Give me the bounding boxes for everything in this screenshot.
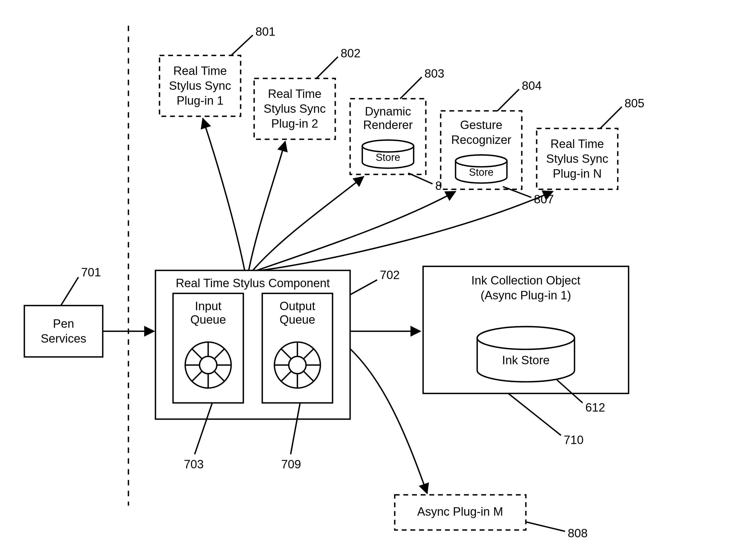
svg-line-40 xyxy=(400,77,422,99)
plugin1-l2: Stylus Sync xyxy=(169,79,231,92)
ref-802: 802 xyxy=(341,47,360,60)
input-queue-l1: Input xyxy=(195,299,222,312)
svg-line-47 xyxy=(600,107,622,128)
ref-803: 803 xyxy=(424,67,444,80)
ref-701: 701 xyxy=(81,265,101,279)
svg-line-44 xyxy=(497,89,519,111)
svg-line-37 xyxy=(316,57,338,78)
ink-collection-box: Ink Collection Object (Async Plug-in 1) … xyxy=(423,266,628,393)
edge-rts-to-asyncm xyxy=(350,349,427,493)
gest-l1: Gesture xyxy=(460,118,503,131)
plugin1-l1: Real Time xyxy=(173,64,227,77)
ref-807: 807 xyxy=(534,193,554,206)
ref-703: 703 xyxy=(184,458,204,471)
plugin2-l1: Real Time xyxy=(268,87,321,100)
rts-title: Real Time Stylus Component xyxy=(176,276,330,289)
svg-line-33 xyxy=(526,522,565,531)
output-queue-l1: Output xyxy=(280,299,315,312)
pluginN-l1: Real Time xyxy=(550,137,604,150)
async-m-label: Async Plug-in M xyxy=(417,505,503,518)
pluginN-l2: Stylus Sync xyxy=(546,152,608,165)
plugin2-l2: Stylus Sync xyxy=(264,102,326,115)
output-queue-l2: Queue xyxy=(280,313,315,326)
gest-l2: Recognizer xyxy=(451,133,512,146)
svg-line-1 xyxy=(61,277,78,306)
svg-point-39 xyxy=(362,140,414,152)
ref-710: 710 xyxy=(564,433,584,447)
svg-point-43 xyxy=(456,155,507,167)
output-queue-box: Output Queue xyxy=(262,294,333,403)
plugin-2-box: Real Time Stylus Sync Plug-in 2 xyxy=(254,78,335,139)
pluginN-l3: Plug-in N xyxy=(553,167,602,180)
plugin2-l3: Plug-in 2 xyxy=(271,117,318,130)
ink-store-cylinder-icon: Ink Store xyxy=(477,327,574,382)
ref-702: 702 xyxy=(380,268,400,281)
pen-services-box: Pen Services xyxy=(24,306,103,357)
ref-801: 801 xyxy=(256,25,275,38)
gesture-recognizer-box: Gesture Recognizer Store xyxy=(441,111,522,189)
dynamic-renderer-box: Dynamic Renderer Store xyxy=(350,99,426,174)
svg-rect-0 xyxy=(24,306,103,357)
plugin-1-box: Real Time Stylus Sync Plug-in 1 xyxy=(159,55,241,116)
input-queue-l2: Queue xyxy=(190,313,226,326)
async-plugin-m-box: Async Plug-in M xyxy=(395,495,526,530)
plugin1-l3: Plug-in 1 xyxy=(177,94,224,107)
pen-services-label-1: Pen xyxy=(53,317,74,330)
gest-store-label: Store xyxy=(469,167,494,178)
svg-line-31 xyxy=(508,393,561,435)
ref-805: 805 xyxy=(624,97,644,110)
svg-line-3 xyxy=(350,280,377,295)
svg-line-35 xyxy=(231,35,253,55)
ref-808: 808 xyxy=(568,527,588,540)
dyn-l2: Renderer xyxy=(363,118,413,131)
dyn-store-label: Store xyxy=(376,152,401,163)
pen-services-label-2: Services xyxy=(41,332,86,345)
ink-obj-l2: (Async Plug-in 1) xyxy=(481,288,571,302)
ref-709: 709 xyxy=(281,458,301,471)
plugin-n-box: Real Time Stylus Sync Plug-in N xyxy=(537,128,618,189)
dyn-l1: Dynamic xyxy=(365,105,411,118)
input-queue-box: Input Queue xyxy=(173,294,243,403)
ink-store-label: Ink Store xyxy=(502,353,550,367)
svg-point-29 xyxy=(477,327,574,349)
ink-obj-l1: Ink Collection Object xyxy=(471,274,581,287)
gesture-store-icon: Store xyxy=(456,155,507,183)
ref-612: 612 xyxy=(585,401,605,414)
ref-804: 804 xyxy=(522,79,542,92)
dynamic-renderer-store-icon: Store xyxy=(362,140,414,168)
